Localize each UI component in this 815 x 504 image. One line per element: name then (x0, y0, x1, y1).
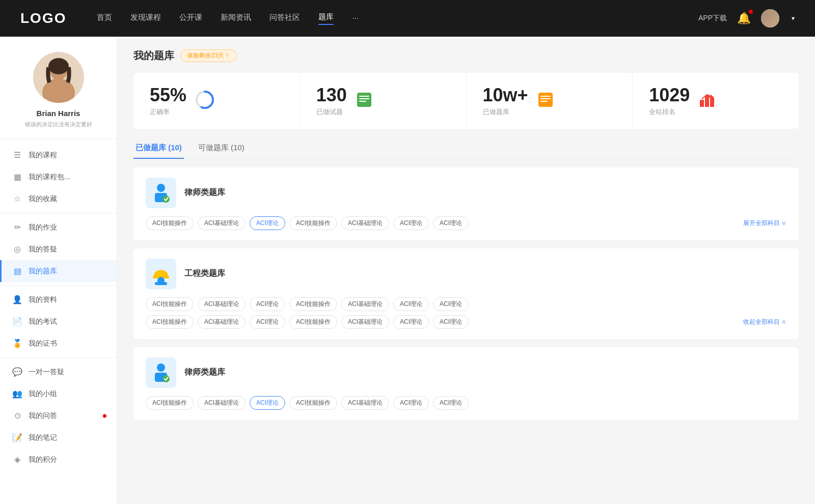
tag-2-11[interactable]: ACI技能操作 (289, 315, 337, 329)
tag-1-7[interactable]: ACI理论 (433, 216, 469, 230)
tag-1-4[interactable]: ACI技能操作 (289, 216, 337, 230)
logo[interactable]: LOGO (20, 10, 66, 26)
tag-3-1[interactable]: ACI技能操作 (146, 396, 194, 410)
svg-point-20 (162, 195, 170, 203)
collapse-link-2[interactable]: 收起全部科目 ∧ (743, 318, 786, 326)
tag-2-13[interactable]: ACI理论 (393, 315, 429, 329)
svg-rect-9 (359, 101, 366, 102)
tag-2-7[interactable]: ACI理论 (433, 297, 469, 311)
tag-3-2[interactable]: ACI基础理论 (198, 396, 246, 410)
correct-rate-value: 55% (150, 85, 186, 105)
nav-more[interactable]: ··· (352, 13, 359, 24)
qa-icon: ⊙ (12, 411, 22, 421)
sidebar-item-course-package[interactable]: ▦ 我的课程包... (0, 166, 117, 188)
tag-2-4[interactable]: ACI技能操作 (289, 297, 337, 311)
tag-1-1[interactable]: ACI技能操作 (146, 216, 194, 230)
tag-1-2[interactable]: ACI基础理论 (198, 216, 246, 230)
rank-icon (698, 91, 716, 111)
page-header: 我的题库 体验剩余23天！ (133, 49, 799, 63)
star-icon: ☆ (12, 194, 22, 204)
sidebar-item-label: 我的笔记 (29, 433, 57, 442)
nav-home[interactable]: 首页 (97, 13, 112, 24)
svg-rect-10 (538, 93, 553, 107)
sidebar-item-notes[interactable]: 📝 我的笔记 (0, 427, 117, 449)
course-icon: ☰ (12, 150, 22, 160)
tag-2-5[interactable]: ACI基础理论 (341, 297, 389, 311)
sidebar-item-label: 我的考试 (29, 317, 57, 326)
sidebar-item-certificate[interactable]: 🏅 我的证书 (0, 332, 117, 354)
tag-2-6[interactable]: ACI理论 (393, 297, 429, 311)
engineer-svg-1 (150, 263, 172, 285)
homework-icon: ✏ (12, 222, 22, 232)
tag-2-2[interactable]: ACI基础理论 (198, 297, 246, 311)
tag-3-4[interactable]: ACI技能操作 (289, 396, 337, 410)
svg-rect-12 (540, 98, 551, 99)
trial-badge: 体验剩余23天！ (180, 49, 237, 62)
bank-card-2-tags-row2: ACI技能操作 ACI基础理论 ACI理论 ACI技能操作 ACI基础理论 AC… (146, 315, 786, 329)
svg-rect-6 (357, 93, 371, 107)
sidebar-item-label: 我的资料 (29, 295, 57, 304)
sidebar-item-profile[interactable]: 👤 我的资料 (0, 289, 117, 311)
sidebar-item-my-qa[interactable]: ⊙ 我的问答 (0, 405, 117, 427)
tag-1-6[interactable]: ACI理论 (393, 216, 429, 230)
tag-2-14[interactable]: ACI理论 (433, 315, 469, 329)
svg-rect-23 (155, 282, 167, 285)
lawyer-icon-1 (146, 178, 176, 208)
main-layout: Brian Harris 错误的决定比没有决定要好 ☰ 我的课程 ▦ 我的课程包… (0, 0, 815, 504)
correct-rate-label: 正确率 (150, 107, 186, 117)
app-download-button[interactable]: APP下载 (698, 14, 727, 23)
sidebar-item-points[interactable]: ◈ 我的积分 (0, 449, 117, 470)
tag-2-9[interactable]: ACI基础理论 (198, 315, 246, 329)
bank-card-2-tags-row1: ACI技能操作 ACI基础理论 ACI理论 ACI技能操作 ACI基础理论 AC… (146, 297, 786, 311)
menu-divider-1 (0, 213, 117, 213)
tag-2-3[interactable]: ACI理论 (250, 297, 285, 311)
sidebar-item-homework[interactable]: ✏ 我的作业 (0, 216, 117, 238)
tag-3-3[interactable]: ACI理论 (250, 396, 285, 410)
sidebar-item-exam[interactable]: 📄 我的考试 (0, 311, 117, 332)
sidebar-item-label: 我的课程 (29, 151, 57, 160)
sidebar-item-one-on-one[interactable]: 💬 一对一答疑 (0, 361, 117, 383)
expand-link-1[interactable]: 展开全部科目 ∨ (743, 219, 786, 228)
bank-card-2: 工程类题库 ACI技能操作 ACI基础理论 ACI理论 ACI技能操作 ACI基… (133, 248, 799, 339)
user-name: Brian Harris (37, 109, 80, 118)
bank-card-3: 律师类题库 ACI技能操作 ACI基础理论 ACI理论 ACI技能操作 ACI基… (133, 347, 799, 420)
sidebar-item-my-course[interactable]: ☰ 我的课程 (0, 144, 117, 166)
tag-3-7[interactable]: ACI理论 (433, 396, 469, 410)
sidebar-item-qa-my[interactable]: ◎ 我的答疑 (0, 238, 117, 260)
tag-3-6[interactable]: ACI理论 (393, 396, 429, 410)
bank-card-2-header: 工程类题库 (146, 259, 786, 289)
nav-question-bank[interactable]: 题库 (318, 12, 334, 25)
profile-dropdown-arrow[interactable]: ▾ (792, 15, 795, 22)
lawyer-icon-2 (146, 357, 176, 388)
chat-icon: 💬 (12, 367, 22, 377)
svg-rect-16 (710, 98, 714, 107)
sidebar-item-question-bank[interactable]: ▤ 我的题库 (0, 260, 117, 282)
stat-done-banks: 10w+ 已做题库 (467, 73, 633, 129)
tag-2-12[interactable]: ACI基础理论 (341, 315, 389, 329)
sidebar-item-favorites[interactable]: ☆ 我的收藏 (0, 188, 117, 210)
menu-divider-3 (0, 357, 117, 358)
nav-news[interactable]: 新闻资讯 (221, 13, 251, 24)
tag-1-3[interactable]: ACI理论 (250, 216, 285, 230)
notes-icon: 📝 (12, 433, 22, 442)
nav-qa[interactable]: 问答社区 (269, 13, 300, 24)
bank-icon: ▤ (12, 266, 22, 276)
sidebar-item-group[interactable]: 👥 我的小组 (0, 383, 117, 405)
tag-2-1[interactable]: ACI技能操作 (146, 297, 194, 311)
svg-rect-11 (540, 96, 551, 97)
tab-todo[interactable]: 可做题库 (10) (196, 139, 247, 159)
navbar-right: APP下载 🔔 ▾ (698, 9, 795, 27)
tag-2-8[interactable]: ACI技能操作 (146, 315, 194, 329)
engineer-icon-1 (146, 259, 176, 289)
notification-button[interactable]: 🔔 (737, 12, 751, 25)
tag-1-5[interactable]: ACI基础理论 (341, 216, 389, 230)
bank-card-3-name: 律师类题库 (184, 367, 225, 378)
nav-open-course[interactable]: 公开课 (179, 13, 202, 24)
tag-2-10[interactable]: ACI理论 (250, 315, 285, 329)
tab-done[interactable]: 已做题库 (10) (133, 139, 184, 159)
nav-discover[interactable]: 发现课程 (130, 13, 161, 24)
tag-3-5[interactable]: ACI基础理论 (341, 396, 389, 410)
question-icon: ◎ (12, 244, 22, 254)
bell-icon: 🔔 (737, 12, 751, 24)
user-avatar-nav[interactable] (761, 9, 779, 27)
